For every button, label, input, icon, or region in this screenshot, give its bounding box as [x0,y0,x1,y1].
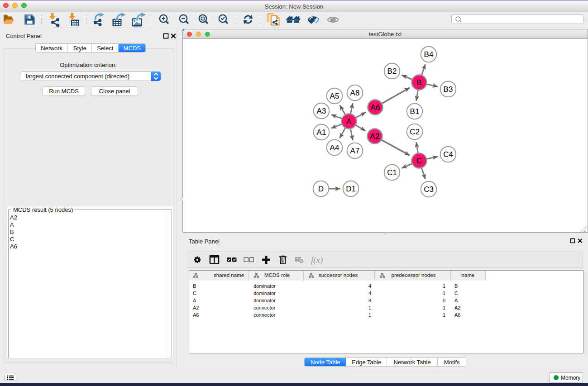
svg-text:A4: A4 [330,143,339,152]
svg-text:C2: C2 [410,128,420,136]
svg-text:D1: D1 [346,185,356,193]
svg-text:C4: C4 [443,150,453,159]
svg-text:C1: C1 [387,168,397,177]
svg-text:A8: A8 [350,89,360,97]
svg-text:A1: A1 [317,128,326,137]
svg-text:D: D [318,185,324,193]
svg-text:A: A [346,117,352,126]
svg-text:B2: B2 [387,67,397,76]
svg-text:A5: A5 [330,92,339,100]
svg-text:A7: A7 [350,147,360,155]
svg-text:f(x): f(x) [311,255,323,265]
svg-text:C3: C3 [424,185,434,194]
svg-text:B: B [416,78,421,87]
svg-text:B3: B3 [444,85,453,94]
svg-text:B4: B4 [424,50,434,59]
svg-text:B1: B1 [410,107,420,116]
svg-text:A3: A3 [317,107,326,115]
svg-text:C: C [416,157,422,165]
svg-text:A6: A6 [371,103,380,112]
svg-text:A2: A2 [370,132,380,141]
